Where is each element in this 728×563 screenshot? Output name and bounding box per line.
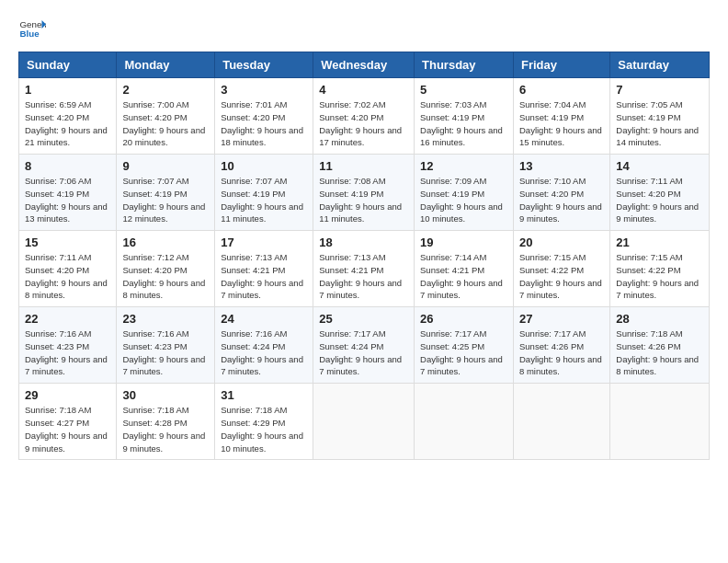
calendar-cell: 17Sunrise: 7:13 AMSunset: 4:21 PMDayligh… xyxy=(215,231,313,307)
cell-info: Sunrise: 7:06 AMSunset: 4:19 PMDaylight:… xyxy=(25,176,108,224)
cell-info: Sunrise: 7:05 AMSunset: 4:19 PMDaylight:… xyxy=(616,99,699,147)
day-number: 13 xyxy=(519,159,604,173)
day-number: 7 xyxy=(616,83,703,97)
calendar-cell xyxy=(313,384,415,460)
svg-text:Blue: Blue xyxy=(20,29,40,39)
day-number: 14 xyxy=(616,159,703,173)
calendar-table: SundayMondayTuesdayWednesdayThursdayFrid… xyxy=(18,52,710,460)
calendar-week-row: 1Sunrise: 6:59 AMSunset: 4:20 PMDaylight… xyxy=(19,78,710,155)
cell-info: Sunrise: 7:16 AMSunset: 4:23 PMDaylight:… xyxy=(25,328,108,376)
weekday-header: Tuesday xyxy=(215,52,313,78)
cell-info: Sunrise: 7:02 AMSunset: 4:20 PMDaylight:… xyxy=(319,99,402,147)
weekday-header: Saturday xyxy=(610,52,710,78)
day-number: 21 xyxy=(616,236,703,249)
cell-info: Sunrise: 7:18 AMSunset: 4:27 PMDaylight:… xyxy=(25,405,108,453)
weekday-header: Wednesday xyxy=(313,52,415,78)
calendar-cell: 27Sunrise: 7:17 AMSunset: 4:26 PMDayligh… xyxy=(513,307,609,384)
cell-info: Sunrise: 7:11 AMSunset: 4:20 PMDaylight:… xyxy=(616,176,699,224)
calendar-week-row: 15Sunrise: 7:11 AMSunset: 4:20 PMDayligh… xyxy=(19,231,710,307)
calendar-week-row: 29Sunrise: 7:18 AMSunset: 4:27 PMDayligh… xyxy=(19,384,710,460)
calendar-cell: 25Sunrise: 7:17 AMSunset: 4:24 PMDayligh… xyxy=(313,307,415,384)
cell-info: Sunrise: 7:18 AMSunset: 4:26 PMDaylight:… xyxy=(616,328,699,376)
calendar-cell: 26Sunrise: 7:17 AMSunset: 4:25 PMDayligh… xyxy=(415,307,514,384)
day-number: 1 xyxy=(25,83,110,97)
calendar-cell: 29Sunrise: 7:18 AMSunset: 4:27 PMDayligh… xyxy=(19,384,117,460)
day-number: 23 xyxy=(122,312,209,326)
calendar-cell: 16Sunrise: 7:12 AMSunset: 4:20 PMDayligh… xyxy=(117,231,215,307)
weekday-header: Monday xyxy=(117,52,215,78)
cell-info: Sunrise: 7:07 AMSunset: 4:19 PMDaylight:… xyxy=(221,176,303,224)
day-number: 25 xyxy=(319,312,408,326)
day-number: 19 xyxy=(420,236,507,249)
calendar-cell: 3Sunrise: 7:01 AMSunset: 4:20 PMDaylight… xyxy=(215,78,313,155)
day-number: 5 xyxy=(420,83,507,97)
day-number: 12 xyxy=(420,159,507,173)
calendar-cell: 4Sunrise: 7:02 AMSunset: 4:20 PMDaylight… xyxy=(313,78,415,155)
cell-info: Sunrise: 7:03 AMSunset: 4:19 PMDaylight:… xyxy=(420,99,503,147)
cell-info: Sunrise: 7:18 AMSunset: 4:29 PMDaylight:… xyxy=(221,405,303,453)
weekday-header: Sunday xyxy=(19,52,117,78)
calendar-cell: 24Sunrise: 7:16 AMSunset: 4:24 PMDayligh… xyxy=(215,307,313,384)
calendar-cell: 28Sunrise: 7:18 AMSunset: 4:26 PMDayligh… xyxy=(610,307,710,384)
day-number: 8 xyxy=(25,159,110,173)
cell-info: Sunrise: 7:14 AMSunset: 4:21 PMDaylight:… xyxy=(420,252,503,300)
cell-info: Sunrise: 7:08 AMSunset: 4:19 PMDaylight:… xyxy=(319,176,402,224)
day-number: 18 xyxy=(319,236,408,249)
cell-info: Sunrise: 7:01 AMSunset: 4:20 PMDaylight:… xyxy=(221,99,303,147)
cell-info: Sunrise: 7:17 AMSunset: 4:26 PMDaylight:… xyxy=(519,328,602,376)
calendar-cell: 15Sunrise: 7:11 AMSunset: 4:20 PMDayligh… xyxy=(19,231,117,307)
cell-info: Sunrise: 7:18 AMSunset: 4:28 PMDaylight:… xyxy=(122,405,205,453)
day-number: 20 xyxy=(519,236,604,249)
calendar-cell: 11Sunrise: 7:08 AMSunset: 4:19 PMDayligh… xyxy=(313,155,415,231)
weekday-header: Friday xyxy=(513,52,609,78)
cell-info: Sunrise: 7:16 AMSunset: 4:24 PMDaylight:… xyxy=(221,328,303,376)
calendar-cell xyxy=(513,384,609,460)
day-number: 2 xyxy=(122,83,209,97)
calendar-cell: 31Sunrise: 7:18 AMSunset: 4:29 PMDayligh… xyxy=(215,384,313,460)
page-header: General Blue xyxy=(18,15,710,42)
cell-info: Sunrise: 7:04 AMSunset: 4:19 PMDaylight:… xyxy=(519,99,602,147)
calendar-week-row: 22Sunrise: 7:16 AMSunset: 4:23 PMDayligh… xyxy=(19,307,710,384)
calendar-cell: 14Sunrise: 7:11 AMSunset: 4:20 PMDayligh… xyxy=(610,155,710,231)
calendar-cell: 21Sunrise: 7:15 AMSunset: 4:22 PMDayligh… xyxy=(610,231,710,307)
cell-info: Sunrise: 7:07 AMSunset: 4:19 PMDaylight:… xyxy=(122,176,205,224)
cell-info: Sunrise: 7:15 AMSunset: 4:22 PMDaylight:… xyxy=(616,252,699,300)
calendar-cell: 12Sunrise: 7:09 AMSunset: 4:19 PMDayligh… xyxy=(415,155,514,231)
cell-info: Sunrise: 7:16 AMSunset: 4:23 PMDaylight:… xyxy=(122,328,205,376)
day-number: 11 xyxy=(319,159,408,173)
calendar-cell xyxy=(610,384,710,460)
day-number: 24 xyxy=(221,312,307,326)
calendar-cell: 1Sunrise: 6:59 AMSunset: 4:20 PMDaylight… xyxy=(19,78,117,155)
day-number: 26 xyxy=(420,312,507,326)
day-number: 15 xyxy=(25,236,110,249)
day-number: 16 xyxy=(122,236,209,249)
day-number: 30 xyxy=(122,388,209,402)
day-number: 4 xyxy=(319,83,408,97)
cell-info: Sunrise: 6:59 AMSunset: 4:20 PMDaylight:… xyxy=(25,99,108,147)
cell-info: Sunrise: 7:12 AMSunset: 4:20 PMDaylight:… xyxy=(122,252,205,300)
calendar-week-row: 8Sunrise: 7:06 AMSunset: 4:19 PMDaylight… xyxy=(19,155,710,231)
calendar-header-row: SundayMondayTuesdayWednesdayThursdayFrid… xyxy=(19,52,710,78)
calendar-cell: 9Sunrise: 7:07 AMSunset: 4:19 PMDaylight… xyxy=(117,155,215,231)
cell-info: Sunrise: 7:13 AMSunset: 4:21 PMDaylight:… xyxy=(221,252,303,300)
cell-info: Sunrise: 7:17 AMSunset: 4:24 PMDaylight:… xyxy=(319,328,402,376)
day-number: 22 xyxy=(25,312,110,326)
day-number: 27 xyxy=(519,312,604,326)
day-number: 29 xyxy=(25,388,110,402)
calendar-cell: 30Sunrise: 7:18 AMSunset: 4:28 PMDayligh… xyxy=(117,384,215,460)
cell-info: Sunrise: 7:17 AMSunset: 4:25 PMDaylight:… xyxy=(420,328,503,376)
cell-info: Sunrise: 7:15 AMSunset: 4:22 PMDaylight:… xyxy=(519,252,602,300)
cell-info: Sunrise: 7:09 AMSunset: 4:19 PMDaylight:… xyxy=(420,176,503,224)
day-number: 3 xyxy=(221,83,307,97)
logo-icon: General Blue xyxy=(18,15,46,42)
cell-info: Sunrise: 7:10 AMSunset: 4:20 PMDaylight:… xyxy=(519,176,602,224)
calendar-cell: 8Sunrise: 7:06 AMSunset: 4:19 PMDaylight… xyxy=(19,155,117,231)
calendar-cell: 10Sunrise: 7:07 AMSunset: 4:19 PMDayligh… xyxy=(215,155,313,231)
calendar-cell xyxy=(415,384,514,460)
calendar-cell: 22Sunrise: 7:16 AMSunset: 4:23 PMDayligh… xyxy=(19,307,117,384)
calendar-cell: 2Sunrise: 7:00 AMSunset: 4:20 PMDaylight… xyxy=(117,78,215,155)
calendar-cell: 18Sunrise: 7:13 AMSunset: 4:21 PMDayligh… xyxy=(313,231,415,307)
cell-info: Sunrise: 7:13 AMSunset: 4:21 PMDaylight:… xyxy=(319,252,402,300)
day-number: 28 xyxy=(616,312,703,326)
calendar-cell: 5Sunrise: 7:03 AMSunset: 4:19 PMDaylight… xyxy=(415,78,514,155)
